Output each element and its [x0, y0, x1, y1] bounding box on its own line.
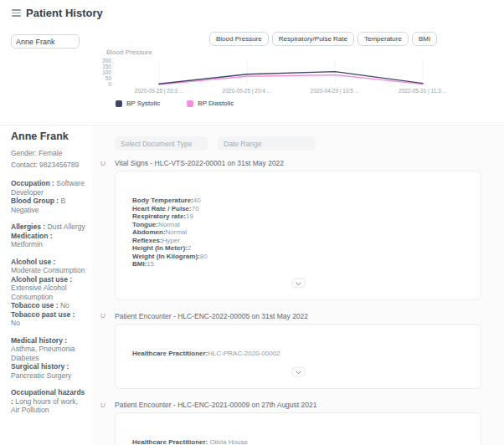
document-field: Height (In Meter):2: [132, 244, 464, 253]
field-value: 2: [188, 244, 191, 252]
hamburger-menu-icon[interactable]: [12, 9, 21, 17]
document-panel: UVital Signs - HLC-VTS-2022-00001 on 31s…: [92, 125, 504, 445]
legend-item: BP Diastolic: [187, 100, 234, 107]
document-field: Reflexes:Hyper: [132, 237, 464, 245]
field-label: Tongue:: [132, 221, 158, 228]
series-line-bp-systolic: [159, 72, 423, 84]
patient-detail-item: Allergies : Dust Allergy: [11, 222, 85, 232]
patient-detail-item: Alcohol use : Moderate Consumption: [11, 258, 85, 275]
chart-plot-area: 2001501005002020-09-25 | 20:3 ...2020-09…: [100, 56, 498, 101]
detail-value: No: [60, 301, 69, 309]
chart-tab-bmi[interactable]: BMI: [412, 32, 437, 46]
document-field: Abdomen:Normal: [132, 228, 464, 237]
field-value: Olivia House: [209, 438, 247, 445]
documents-list: UVital Signs - HLC-VTS-2022-00001 on 31s…: [115, 159, 504, 445]
chart-tabs: Blood PressureRespiratory/Pulse RateTemp…: [209, 32, 437, 46]
chevron-down-icon: [296, 282, 301, 286]
y-axis-tick: 200: [102, 58, 111, 64]
patient-detail-group: Alcohol use : Moderate ConsumptionAlcoho…: [11, 258, 85, 328]
chart-title: Blood Pressure: [106, 49, 152, 56]
field-value: Normal: [158, 221, 180, 228]
detail-value: Extensive Alcohol Consumption: [11, 284, 69, 301]
field-value: 40: [193, 197, 201, 204]
y-axis-tick: 150: [102, 64, 111, 69]
patient-detail-item: Medication : Metformin: [11, 232, 85, 249]
detail-label: Medical history :: [11, 336, 67, 345]
field-label: Height (In Meter):: [132, 244, 188, 252]
date-range-input[interactable]: [218, 136, 316, 151]
field-label: Healthcare Practitioner:: [132, 350, 208, 357]
field-label: Heart Rate / Pulse:: [132, 205, 192, 212]
document-field: Healthcare Practitioner: Olivia House: [132, 438, 464, 445]
patient-detail-item: Tobacco past use : No: [11, 310, 85, 328]
app-header: Patient History: [0, 0, 504, 25]
document-title: Patient Encounter - HLC-ENC-2022-00005 o…: [115, 312, 308, 320]
detail-value: Asthma, Pneumonia Diabetes: [11, 345, 77, 362]
patient-gender: Gender: Female: [11, 148, 85, 160]
patient-detail-group: Occupational hazards : Long hours of wor…: [11, 388, 85, 415]
field-label: Healthcare Practitioner:: [132, 438, 209, 445]
document-section: UPatient Encounter - HLC-ENC-2022-00005 …: [115, 312, 504, 390]
collapse-icon[interactable]: U: [100, 312, 115, 320]
collapse-icon[interactable]: U: [100, 402, 115, 409]
chart-tab-blood-pressure[interactable]: Blood Pressure: [209, 32, 269, 46]
y-axis-tick: 50: [105, 75, 112, 81]
document-card: Healthcare Practitioner: Olivia House: [115, 412, 481, 445]
field-value: 80: [200, 253, 208, 260]
field-value: 19: [186, 212, 193, 220]
x-axis-label: 2020-09-25 | 20:4 ...: [223, 88, 272, 95]
x-axis-label: 2022-05-31 | 11:3 ...: [399, 88, 447, 95]
page-title: Patient History: [26, 7, 103, 19]
collapse-icon[interactable]: U: [100, 160, 115, 167]
patient-detail-group: Medical history : Asthma, Pneumonia Diab…: [11, 336, 85, 381]
patient-detail-item: Tobacco use : No: [11, 301, 85, 310]
detail-value: No: [11, 319, 20, 327]
patient-detail-item: Blood Group : B Negative: [11, 197, 85, 214]
document-field: Weight (In Kilogram):80: [132, 253, 464, 261]
detail-label: Surgical history :: [11, 362, 69, 371]
field-value: 70: [192, 205, 199, 212]
field-value: 15: [147, 260, 154, 268]
expand-more-button[interactable]: [292, 367, 305, 376]
chart-legend: BP SystolicBP Diastolic: [116, 100, 234, 107]
document-card: Body Temperature:40Heart Rate / Pulse:70…: [115, 171, 481, 300]
expand-more-button[interactable]: [292, 279, 305, 288]
document-card: Healthcare Practitioner:HLC-PRAC-2020-00…: [115, 324, 481, 390]
document-field: Healthcare Practitioner:HLC-PRAC-2020-00…: [132, 350, 464, 358]
y-axis-tick: 100: [102, 69, 111, 75]
field-value: Normal: [166, 228, 188, 236]
detail-label: Tobacco past use :: [11, 310, 75, 319]
legend-swatch-icon: [116, 100, 122, 107]
detail-label: Blood Group :: [11, 197, 61, 205]
filters-row: [115, 136, 504, 151]
y-axis-tick: 0: [108, 81, 111, 87]
patient-detail-item: Occupational hazards : Long hours of wor…: [11, 388, 85, 415]
detail-label: Allergies :: [11, 222, 47, 231]
document-field: Heart Rate / Pulse:70: [132, 205, 464, 213]
detail-label: Medication :: [11, 232, 53, 240]
document-type-select[interactable]: [115, 136, 208, 151]
patient-sidebar: Anne Frank Gender: Female Contact: 98234…: [0, 125, 92, 445]
legend-swatch-icon: [187, 100, 193, 107]
document-field: BMI:15: [132, 260, 464, 269]
detail-value: Metformin: [11, 240, 43, 248]
detail-label: Alcohol use :: [11, 258, 55, 266]
chevron-down-icon: [296, 371, 301, 375]
detail-label: Alcohol past use :: [11, 275, 72, 284]
patient-search-input[interactable]: [11, 34, 80, 49]
chart-tab-temperature[interactable]: Temperature: [357, 32, 409, 46]
field-value: Hyper: [162, 237, 180, 244]
field-label: Body Temperature:: [132, 197, 193, 204]
detail-value: Moderate Consumption: [11, 266, 85, 274]
patient-detail-item: Medical history : Asthma, Pneumonia Diab…: [11, 336, 85, 363]
chart-tab-respiratory-pulse-rate[interactable]: Respiratory/Pulse Rate: [272, 32, 354, 46]
document-field: Body Temperature:40: [132, 197, 464, 205]
patient-name: Anne Frank: [11, 130, 85, 142]
document-header: UVital Signs - HLC-VTS-2022-00001 on 31s…: [100, 159, 504, 167]
patient-detail-item: Alcohol past use : Extensive Alcohol Con…: [11, 275, 85, 302]
legend-item: BP Systolic: [116, 100, 160, 107]
bp-chart: Blood Pressure 2001501005002020-09-25 | …: [100, 48, 498, 121]
document-title: Patient Encounter - HLC-ENC-2021-00009 o…: [115, 401, 316, 409]
patient-detail-item: Occupation : Software Developer: [11, 179, 85, 197]
detail-value: Pancreatic Surgery: [11, 371, 71, 380]
